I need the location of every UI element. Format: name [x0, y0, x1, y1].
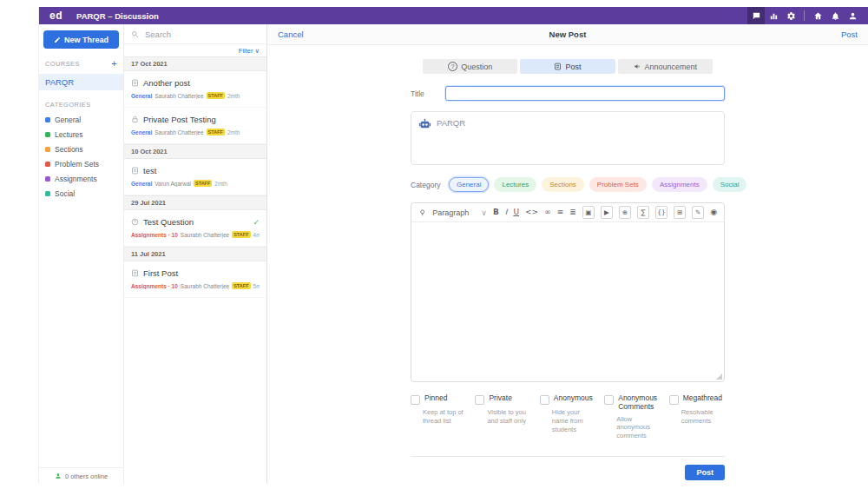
thread-time: 2mth	[227, 129, 240, 135]
lectures-color-dot	[45, 132, 50, 137]
search-bar	[124, 24, 266, 44]
title-input[interactable]	[445, 86, 725, 101]
discussion-icon[interactable]	[747, 7, 765, 24]
option-megathread: Megathread Resolvable comments	[669, 394, 725, 440]
thread-category: Assignments · 10	[131, 283, 178, 289]
date-group-header: 11 Jul 2021	[124, 247, 266, 261]
option-anonymous: Anonymous Hide your name from students	[540, 394, 595, 440]
post-submit-link[interactable]: Post	[841, 30, 858, 39]
thread-category: General	[131, 93, 152, 99]
analytics-icon[interactable]	[765, 7, 782, 24]
filter-label: Filter	[239, 47, 253, 55]
sidebar-item-general[interactable]: General	[45, 112, 117, 127]
math-icon[interactable]: ∑	[637, 206, 649, 219]
sidebar-item-lectures[interactable]: Lectures	[45, 127, 117, 142]
assignments-color-dot	[45, 176, 50, 182]
list-item-test[interactable]: test General Varun Agarwal STAFF 2mth	[124, 159, 266, 195]
list-item-private-post-testing[interactable]: Private Post Testing General Saurabh Cha…	[124, 108, 266, 144]
block-format-select[interactable]: Paragraph ∨	[432, 208, 487, 217]
new-thread-button[interactable]: New Thread	[43, 30, 119, 49]
sidebar-item-parqr-course[interactable]: PARQR	[39, 74, 123, 90]
list-item-first-post[interactable]: First Post Assignments · 10 Saurabh Chat…	[124, 261, 266, 298]
pinned-checkbox[interactable]	[411, 395, 420, 405]
search-input[interactable]	[143, 29, 260, 40]
account-user-icon[interactable]	[844, 7, 861, 24]
image-icon[interactable]: ▣	[582, 206, 595, 219]
thread-time: 4mth	[253, 232, 260, 238]
link-icon[interactable]: ∞	[544, 208, 551, 216]
tab-announcement[interactable]: Announcement	[618, 59, 713, 74]
post-options: Pinned Keep at top of thread list Privat…	[411, 394, 725, 440]
option-label: Megathread	[683, 394, 722, 403]
sidebar-item-social[interactable]: Social	[45, 186, 117, 201]
resize-handle[interactable]	[716, 373, 722, 380]
chevron-down-icon: ∨	[481, 208, 487, 217]
italic-icon[interactable]: I	[505, 208, 508, 216]
problem-sets-color-dot	[45, 162, 50, 167]
thread-time: 2mth	[214, 181, 227, 187]
sidebar-item-sections[interactable]: Sections	[45, 142, 117, 156]
category-label: General	[55, 116, 81, 124]
category-selector: Category General Lectures Sections Probl…	[411, 177, 725, 192]
sections-color-dot	[45, 147, 50, 152]
option-description: Hide your name from students	[552, 408, 595, 433]
sidebar-item-assignments[interactable]: Assignments	[45, 171, 117, 186]
draw-icon[interactable]: ✎	[692, 206, 704, 219]
title-field-label: Title	[411, 89, 445, 98]
cancel-button[interactable]: Cancel	[278, 30, 304, 39]
bold-icon[interactable]: B	[493, 208, 499, 216]
post-submit-button[interactable]: Post	[685, 465, 725, 480]
sidebar-item-problem-sets[interactable]: Problem Sets	[45, 156, 117, 171]
video-icon[interactable]: ▶	[601, 206, 613, 219]
option-pinned: Pinned Keep at top of thread list	[411, 394, 466, 440]
list-item-test-question[interactable]: Test Question ✓ Assignments · 10 Saurabh…	[124, 210, 266, 247]
notifications-bell-icon[interactable]	[826, 7, 844, 24]
inline-code-icon[interactable]: <>	[525, 208, 538, 216]
category-pill-general[interactable]: General	[449, 177, 489, 192]
option-description: Resolvable comments	[681, 408, 725, 426]
category-label: Assignments	[55, 175, 97, 183]
thread-category: General	[131, 181, 152, 187]
editor-content-area[interactable]	[411, 222, 724, 381]
list-item-another-post[interactable]: Another post General Saurabh Chatterjee …	[124, 71, 266, 108]
filter-button[interactable]: Filter ∨	[124, 44, 266, 56]
category-pill-problem-sets[interactable]: Problem Sets	[589, 177, 647, 192]
anonymous-comments-checkbox[interactable]	[604, 395, 614, 405]
online-user-icon	[55, 472, 62, 479]
category-pill-assignments[interactable]: Assignments	[652, 177, 707, 192]
lock-icon	[131, 116, 139, 123]
anonymous-checkbox[interactable]	[540, 395, 549, 405]
numbered-list-icon[interactable]: ≣	[569, 208, 576, 216]
tab-label: Post	[565, 63, 581, 71]
category-pill-sections[interactable]: Sections	[542, 177, 584, 192]
new-post-form: ? Question Post Announcement	[411, 45, 725, 484]
tab-question[interactable]: ? Question	[423, 59, 517, 74]
table-icon[interactable]: ⊞	[674, 206, 686, 219]
topbar-divider	[804, 10, 805, 21]
option-description: Allow anonymous comments	[616, 415, 660, 440]
attachment-icon[interactable]: ⊕	[619, 206, 631, 219]
bullet-list-icon[interactable]: ≡	[557, 208, 564, 216]
ed-logo[interactable]: ed	[49, 10, 62, 22]
courses-section-header: COURSES +	[39, 59, 123, 69]
megathread-checkbox[interactable]	[669, 395, 679, 405]
general-color-dot	[45, 117, 50, 122]
categories-section-header: CATEGORIES	[39, 101, 123, 109]
megaphone-icon	[634, 63, 641, 70]
editor-toolbar: Paragraph ∨ B I U <> ∞ ≡ ≣ ▣ ▶	[411, 203, 724, 222]
tab-post[interactable]: Post	[520, 59, 615, 74]
underline-icon[interactable]: U	[513, 208, 519, 216]
category-pill-social[interactable]: Social	[713, 177, 747, 192]
option-description: Keep at top of thread list	[423, 408, 466, 426]
category-pill-lectures[interactable]: Lectures	[494, 177, 536, 192]
home-icon[interactable]	[809, 7, 826, 24]
add-course-button[interactable]: +	[111, 59, 117, 69]
preview-eye-icon[interactable]: ◉	[710, 208, 717, 216]
tab-label: Announcement	[645, 63, 698, 71]
settings-gear-icon[interactable]	[782, 7, 799, 24]
lightbulb-icon[interactable]	[418, 208, 426, 217]
date-group-header: 10 Oct 2021	[124, 144, 266, 159]
private-checkbox[interactable]	[475, 395, 484, 405]
code-block-icon[interactable]: {}	[655, 206, 667, 219]
thread-title: Another post	[143, 78, 190, 88]
